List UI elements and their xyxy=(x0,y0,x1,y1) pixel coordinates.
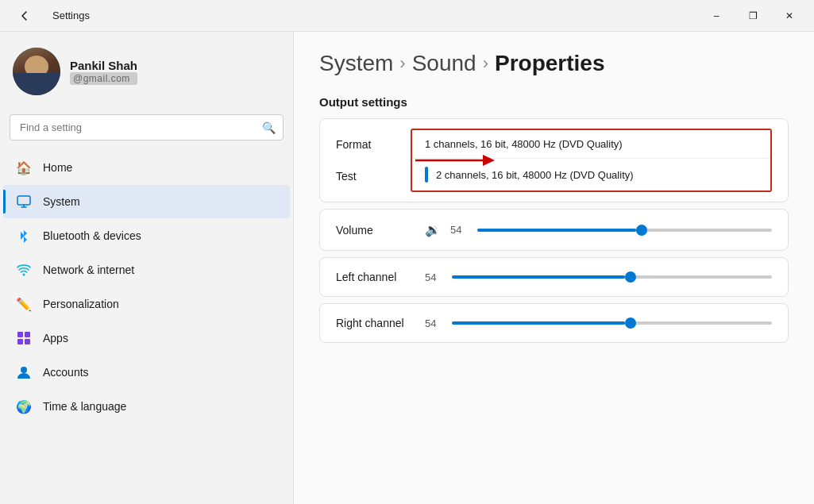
volume-slider-track[interactable] xyxy=(477,229,772,232)
main-content: System › Sound › Properties Output setti… xyxy=(294,32,814,504)
home-icon: 🏠 xyxy=(16,160,32,175)
svg-marker-8 xyxy=(483,155,495,166)
sidebar-item-label: Home xyxy=(43,161,72,174)
sidebar-item-label: Time & language xyxy=(43,400,126,413)
right-channel-card: Right channel 54 xyxy=(319,303,789,343)
network-icon xyxy=(16,262,32,278)
svg-point-6 xyxy=(21,367,27,373)
app-title: Settings xyxy=(52,10,90,21)
sidebar-item-time[interactable]: 🌍 Time & language xyxy=(3,390,290,423)
format-test-card: FormatTest 1 channels, 16 bit, 48000 Hz … xyxy=(319,118,789,202)
search-icon: 🔍 xyxy=(262,121,276,134)
right-channel-row: Right channel 54 xyxy=(320,304,788,342)
left-channel-row: Left channel 54 xyxy=(320,258,788,296)
sidebar-item-label: Bluetooth & devices xyxy=(43,229,141,242)
sidebar-item-label: System xyxy=(43,195,80,208)
sidebar-item-accounts[interactable]: Accounts xyxy=(3,356,290,389)
svg-rect-2 xyxy=(17,332,23,337)
minimize-button[interactable]: – xyxy=(698,3,735,29)
left-channel-value: 54 xyxy=(425,271,444,283)
right-slider-track[interactable] xyxy=(452,321,772,325)
apps-icon xyxy=(16,330,32,346)
sidebar-item-label: Apps xyxy=(43,332,68,344)
time-icon: 🌍 xyxy=(16,398,32,414)
test-label: Test xyxy=(336,164,401,189)
right-channel-value: 54 xyxy=(425,317,444,329)
breadcrumb-sound: Sound xyxy=(412,51,476,76)
breadcrumb: System › Sound › Properties xyxy=(319,51,789,76)
volume-icon: 🔉 xyxy=(425,222,441,237)
sidebar: Pankil Shah @gmail.com 🔍 🏠 Home xyxy=(0,32,294,504)
left-slider-thumb[interactable] xyxy=(625,271,636,283)
sidebar-item-label: Accounts xyxy=(43,366,89,379)
back-button[interactable] xyxy=(6,3,43,29)
sidebar-item-bluetooth[interactable]: Bluetooth & devices xyxy=(3,219,290,252)
window-controls: – ❐ ✕ xyxy=(698,3,808,29)
breadcrumb-sep-2: › xyxy=(483,53,488,74)
maximize-button[interactable]: ❐ xyxy=(735,3,771,29)
volume-row: Volume 🔉 54 xyxy=(320,210,788,250)
right-slider-fill xyxy=(452,321,625,325)
red-arrow xyxy=(415,149,495,171)
volume-slider-fill xyxy=(477,229,636,232)
left-slider-container: 54 xyxy=(425,271,772,283)
system-icon xyxy=(16,194,32,210)
svg-rect-3 xyxy=(25,332,30,337)
left-channel-label: Left channel xyxy=(336,271,415,283)
svg-point-1 xyxy=(23,274,25,276)
nav-list: 🏠 Home System Bluetooth & de xyxy=(0,150,293,504)
breadcrumb-sep-1: › xyxy=(399,53,405,74)
volume-card: Volume 🔉 54 xyxy=(319,209,789,251)
sidebar-item-home[interactable]: 🏠 Home xyxy=(3,151,290,184)
svg-rect-0 xyxy=(17,196,30,205)
left-channel-card: Left channel 54 xyxy=(319,257,789,297)
avatar xyxy=(13,48,60,95)
avatar-image xyxy=(13,48,60,95)
breadcrumb-current: Properties xyxy=(495,51,605,76)
left-slider-track[interactable] xyxy=(452,275,772,279)
user-profile: Pankil Shah @gmail.com xyxy=(0,32,293,108)
breadcrumb-system: System xyxy=(319,51,393,76)
search-box: 🔍 xyxy=(10,114,284,140)
bluetooth-icon xyxy=(16,228,32,244)
right-channel-label: Right channel xyxy=(336,317,415,329)
volume-slider-container: 54 xyxy=(450,224,772,236)
close-button[interactable]: ✕ xyxy=(771,3,808,29)
search-input[interactable] xyxy=(10,114,284,140)
svg-rect-5 xyxy=(25,339,30,344)
sidebar-item-label: Personalization xyxy=(43,298,119,310)
left-slider-fill xyxy=(452,275,625,279)
user-email: @gmail.com xyxy=(70,72,137,85)
volume-value: 54 xyxy=(450,224,469,236)
user-info: Pankil Shah @gmail.com xyxy=(70,59,137,85)
right-slider-container: 54 xyxy=(425,317,772,329)
volume-slider-thumb[interactable] xyxy=(636,225,647,236)
app-body: Pankil Shah @gmail.com 🔍 🏠 Home xyxy=(0,32,814,504)
sidebar-item-personalization[interactable]: ✏️ Personalization xyxy=(3,287,290,321)
titlebar: Settings – ❐ ✕ xyxy=(0,0,814,32)
right-slider-thumb[interactable] xyxy=(625,317,636,329)
sidebar-item-apps[interactable]: Apps xyxy=(3,321,290,355)
sidebar-item-label: Network & internet xyxy=(43,264,134,276)
accounts-icon xyxy=(16,364,32,380)
titlebar-left: Settings xyxy=(6,3,90,29)
svg-rect-4 xyxy=(17,339,23,344)
user-name: Pankil Shah xyxy=(70,59,137,72)
format-label: Format xyxy=(336,132,401,157)
volume-label: Volume xyxy=(336,224,415,237)
sidebar-item-system[interactable]: System xyxy=(3,185,290,218)
output-settings-title: Output settings xyxy=(319,95,789,109)
sidebar-item-network[interactable]: Network & internet xyxy=(3,253,290,287)
personalization-icon: ✏️ xyxy=(16,296,32,312)
